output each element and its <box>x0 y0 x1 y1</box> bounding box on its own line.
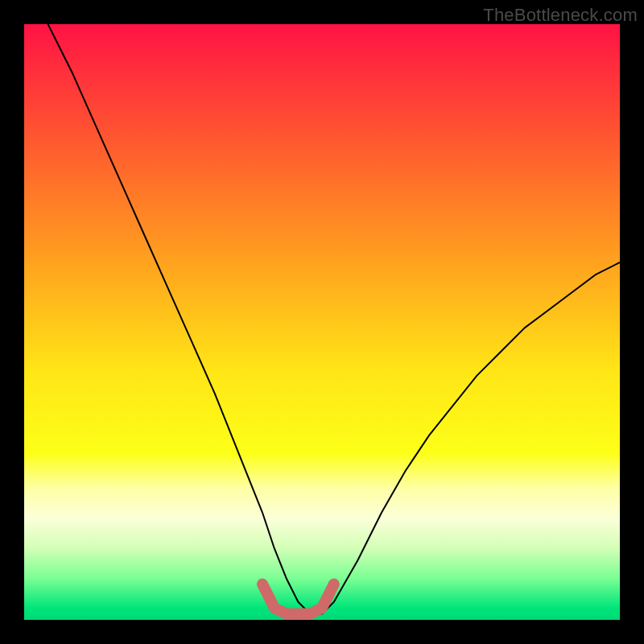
chart-container: TheBottleneck.com <box>0 0 644 644</box>
chart-plot-area <box>24 24 620 620</box>
watermark-text: TheBottleneck.com <box>483 5 638 26</box>
chart-svg <box>24 24 620 620</box>
chart-background-gradient <box>24 24 620 620</box>
